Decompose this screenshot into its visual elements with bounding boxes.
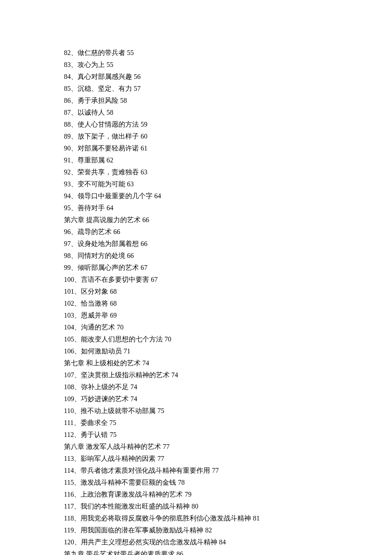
toc-entry: 99、倾听部属心声的艺术 67 <box>64 262 392 274</box>
toc-entry: 93、变不可能为可能 63 <box>64 178 392 190</box>
toc-entry: 112、勇于认错 75 <box>64 429 392 441</box>
toc-entry: 84、真心对部属感兴趣 56 <box>64 71 392 83</box>
toc-entry: 104、沟通的艺术 70 <box>64 321 392 333</box>
toc-entry: 114、带兵者德才素质对强化战斗精神有重要作用 77 <box>64 465 392 477</box>
toc-entry: 92、荣誉共享，责难独吞 63 <box>64 166 392 178</box>
toc-entry: 113、影响军人战斗精神的因素 77 <box>64 453 392 465</box>
table-of-contents: 82、做仁慈的带兵者 5583、攻心为上 5584、真心对部属感兴趣 5685、… <box>64 47 392 555</box>
toc-entry: 96、疏导的艺术 66 <box>64 226 392 238</box>
toc-entry: 103、恩威并举 69 <box>64 309 392 321</box>
toc-entry: 94、领导口中最重要的几个字 64 <box>64 190 392 202</box>
toc-entry: 107、坚决贯彻上级指示精神的艺术 74 <box>64 369 392 381</box>
toc-entry: 108、弥补上级的不足 74 <box>64 381 392 393</box>
toc-entry: 115、激发战斗精神不需要巨额的金钱 78 <box>64 477 392 489</box>
toc-entry: 83、攻心为上 55 <box>64 59 392 71</box>
toc-entry: 118、用我党必将取得反腐败斗争的彻底胜利信心激发战斗精神 81 <box>64 512 392 524</box>
toc-entry: 102、恰当激将 68 <box>64 298 392 309</box>
toc-entry: 86、勇于承担风险 58 <box>64 95 392 107</box>
toc-entry: 第九章 带兵艺术对带兵者的素质要求 86 <box>64 548 392 555</box>
toc-entry: 105、能改变人们思想的七个方法 70 <box>64 333 392 345</box>
toc-entry: 89、放下架子，做出样子 60 <box>64 130 392 142</box>
toc-entry: 88、使人心甘情愿的方法 59 <box>64 119 392 130</box>
toc-entry: 第八章 激发军人战斗精神的艺术 77 <box>64 441 392 453</box>
toc-entry: 120、用共产主义理想必然实现的信念激发战斗精神 84 <box>64 536 392 548</box>
toc-entry: 第七章 和上级相处的艺术 74 <box>64 357 392 369</box>
toc-entry: 116、上政治教育课激发战斗精神的艺术 79 <box>64 489 392 500</box>
document-page: 82、做仁慈的带兵者 5583、攻心为上 5584、真心对部属感兴趣 5685、… <box>0 0 392 555</box>
toc-entry: 111、委曲求全 75 <box>64 417 392 429</box>
toc-entry: 第六章 提高说服力的艺术 66 <box>64 214 392 226</box>
toc-entry: 91、尊重部属 62 <box>64 154 392 166</box>
toc-entry: 98、同情对方的处境 66 <box>64 250 392 262</box>
toc-entry: 85、沉稳、坚定、有力 57 <box>64 83 392 95</box>
toc-entry: 106、如何激励动员 71 <box>64 345 392 357</box>
toc-entry: 95、善待对手 64 <box>64 202 392 214</box>
toc-entry: 101、区分对象 68 <box>64 286 392 298</box>
toc-entry: 119、用我国面临的潜在军事威胁激励战斗精神 82 <box>64 524 392 536</box>
toc-entry: 90、对部属不要轻易许诺 61 <box>64 142 392 154</box>
toc-entry: 109、巧妙进谏的艺术 74 <box>64 393 392 405</box>
toc-entry: 87、以诚待人 58 <box>64 107 392 119</box>
toc-entry: 110、推不动上级就带不动部属 75 <box>64 405 392 417</box>
toc-entry: 82、做仁慈的带兵者 55 <box>64 47 392 59</box>
toc-entry: 100、言语不在多要切中要害 67 <box>64 274 392 286</box>
toc-entry: 117、我们的本性能激发出旺盛的战斗精神 80 <box>64 500 392 512</box>
toc-entry: 97、设身处地为部属着想 66 <box>64 238 392 250</box>
